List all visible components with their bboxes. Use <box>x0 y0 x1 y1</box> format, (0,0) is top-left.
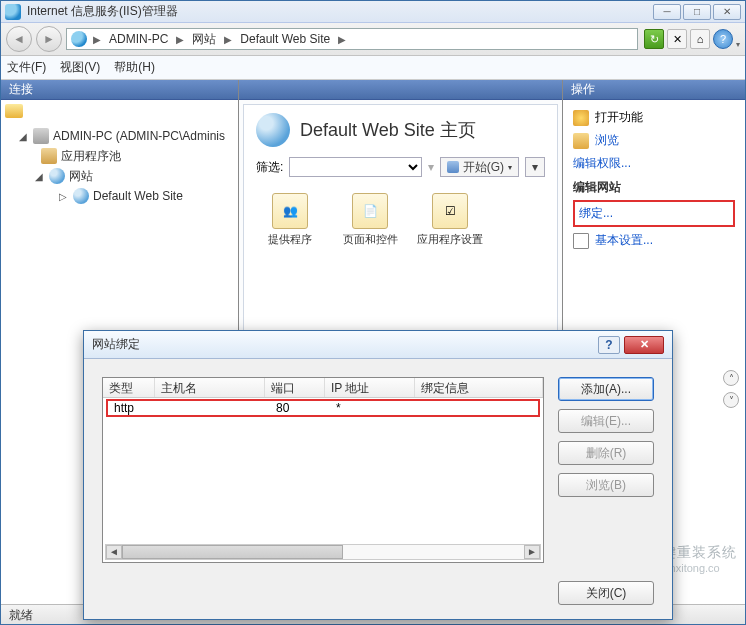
help-icon[interactable]: ? <box>713 29 733 49</box>
feature-app-settings[interactable]: ☑ 应用程序设置 <box>414 193 486 246</box>
providers-icon: 👥 <box>272 193 308 229</box>
col-port[interactable]: 端口 <box>265 378 325 397</box>
horizontal-scrollbar[interactable]: ◄ ► <box>105 544 541 560</box>
browse-button[interactable]: 浏览(B) <box>558 473 654 497</box>
menu-help[interactable]: 帮助(H) <box>114 59 155 76</box>
iis-manager-window: Internet 信息服务(IIS)管理器 ─ □ ✕ ◄ ► ▶ ADMIN-… <box>0 0 746 625</box>
sidebar-toolbar <box>1 100 238 122</box>
action-link[interactable]: 绑定... <box>579 205 613 222</box>
scroll-thumb[interactable] <box>122 545 343 559</box>
server-icon <box>33 128 49 144</box>
start-icon <box>447 161 459 173</box>
collapse-up-icon[interactable]: ˄ <box>723 370 739 386</box>
action-browse[interactable]: 浏览 <box>573 129 735 152</box>
feature-pages-controls[interactable]: 📄 页面和控件 <box>334 193 406 246</box>
action-bindings[interactable]: 绑定... <box>579 202 729 225</box>
bindings-list[interactable]: 类型 主机名 端口 IP 地址 绑定信息 http 80 * ◄ <box>102 377 544 563</box>
status-text: 就绪 <box>9 608 33 622</box>
page-globe-icon <box>256 113 290 147</box>
filter-row: 筛选: ▾ 开始(G) ▾ ▾ <box>244 155 557 183</box>
tree-default-site-label: Default Web Site <box>93 189 183 203</box>
doc-icon <box>573 233 589 249</box>
tree: ◢ ADMIN-PC (ADMIN-PC\Adminis 应用程序池 ◢ 网站 … <box>1 122 238 210</box>
col-bind[interactable]: 绑定信息 <box>415 378 543 397</box>
breadcrumb-server[interactable]: ADMIN-PC <box>107 32 170 46</box>
list-header: 类型 主机名 端口 IP 地址 绑定信息 <box>103 378 543 398</box>
close-button[interactable]: ✕ <box>713 4 741 20</box>
feature-label: 页面和控件 <box>334 233 406 246</box>
binding-row[interactable]: http 80 * <box>106 399 540 417</box>
globe-icon <box>71 31 87 47</box>
feature-label: 提供程序 <box>254 233 326 246</box>
start-label: 开始(G) <box>463 159 504 176</box>
content-area: 连接 ◢ ADMIN-PC (ADMIN-PC\Adminis 应用程序池 ◢ … <box>1 80 745 604</box>
minimize-button[interactable]: ─ <box>653 4 681 20</box>
app-icon <box>5 4 21 20</box>
action-open-feature[interactable]: 打开功能 <box>573 106 735 129</box>
add-button[interactable]: 添加(A)... <box>558 377 654 401</box>
remove-button[interactable]: 删除(R) <box>558 441 654 465</box>
filter-select[interactable] <box>289 157 421 177</box>
dialog-footer: 关闭(C) <box>84 573 672 619</box>
navbar: ◄ ► ▶ ADMIN-PC ▶ 网站 ▶ Default Web Site ▶… <box>1 23 745 56</box>
dialog-titlebar: 网站绑定 ? ✕ <box>84 331 672 359</box>
expand-icon[interactable]: ▷ <box>57 191 69 202</box>
refresh-icon[interactable]: ↻ <box>644 29 664 49</box>
action-edit-permissions[interactable]: 编辑权限... <box>573 152 735 175</box>
home-icon[interactable]: ⌂ <box>690 29 710 49</box>
menu-file[interactable]: 文件(F) <box>7 59 46 76</box>
breadcrumb-site[interactable]: Default Web Site <box>238 32 332 46</box>
site-bindings-dialog: 网站绑定 ? ✕ 类型 主机名 端口 IP 地址 绑定信息 http <box>83 330 673 620</box>
menu-view[interactable]: 视图(V) <box>60 59 100 76</box>
expand-down-icon[interactable]: ˅ <box>723 392 739 408</box>
stop-icon[interactable]: ✕ <box>667 29 687 49</box>
cell-port: 80 <box>270 401 330 415</box>
action-basic-settings[interactable]: 基本设置... <box>573 229 735 252</box>
scroll-left-icon[interactable]: ◄ <box>106 545 122 559</box>
action-link[interactable]: 基本设置... <box>595 232 653 249</box>
dropdown-icon[interactable]: ▾ <box>736 40 740 49</box>
connections-header: 连接 <box>1 80 238 100</box>
col-host[interactable]: 主机名 <box>155 378 265 397</box>
back-button[interactable]: ◄ <box>6 26 32 52</box>
tree-sites[interactable]: ◢ 网站 <box>3 166 236 186</box>
dialog-help-button[interactable]: ? <box>598 336 620 354</box>
folder-icon[interactable] <box>5 104 23 118</box>
breadcrumb-sites[interactable]: 网站 <box>190 31 218 48</box>
cell-bind <box>420 401 538 415</box>
action-link[interactable]: 浏览 <box>595 132 619 149</box>
main-header <box>239 80 562 100</box>
page-title-row: Default Web Site 主页 <box>244 105 557 155</box>
scroll-track[interactable] <box>122 545 524 559</box>
chevron-right-icon: ▶ <box>334 34 350 45</box>
settings-icon: ☑ <box>432 193 468 229</box>
feature-icons: 👥 提供程序 📄 页面和控件 ☑ 应用程序设置 <box>244 183 557 256</box>
edit-button[interactable]: 编辑(E)... <box>558 409 654 433</box>
feature-providers[interactable]: 👥 提供程序 <box>254 193 326 246</box>
maximize-button[interactable]: □ <box>683 4 711 20</box>
actions-header: 操作 <box>563 80 745 100</box>
close-button[interactable]: 关闭(C) <box>558 581 654 605</box>
forward-button[interactable]: ► <box>36 26 62 52</box>
address-bar[interactable]: ▶ ADMIN-PC ▶ 网站 ▶ Default Web Site ▶ <box>66 28 638 50</box>
view-options[interactable]: ▾ <box>525 157 545 177</box>
tree-sites-label: 网站 <box>69 168 93 185</box>
start-button[interactable]: 开始(G) ▾ <box>440 157 519 177</box>
collapse-icon[interactable]: ◢ <box>33 171 45 182</box>
cell-ip: * <box>330 401 420 415</box>
dialog-close-button[interactable]: ✕ <box>624 336 664 354</box>
action-label: 打开功能 <box>595 109 643 126</box>
scroll-right-icon[interactable]: ► <box>524 545 540 559</box>
col-ip[interactable]: IP 地址 <box>325 378 415 397</box>
collapse-icon[interactable]: ◢ <box>17 131 29 142</box>
dropdown-icon: ▾ <box>508 163 512 172</box>
tree-server-label: ADMIN-PC (ADMIN-PC\Adminis <box>53 129 225 143</box>
tree-apppools[interactable]: 应用程序池 <box>3 146 236 166</box>
site-icon <box>73 188 89 204</box>
col-type[interactable]: 类型 <box>103 378 155 397</box>
feature-label: 应用程序设置 <box>414 233 486 246</box>
tree-server[interactable]: ◢ ADMIN-PC (ADMIN-PC\Adminis <box>3 126 236 146</box>
tree-default-site[interactable]: ▷ Default Web Site <box>3 186 236 206</box>
action-link[interactable]: 编辑权限... <box>573 155 631 172</box>
chevron-right-icon: ▶ <box>172 34 188 45</box>
